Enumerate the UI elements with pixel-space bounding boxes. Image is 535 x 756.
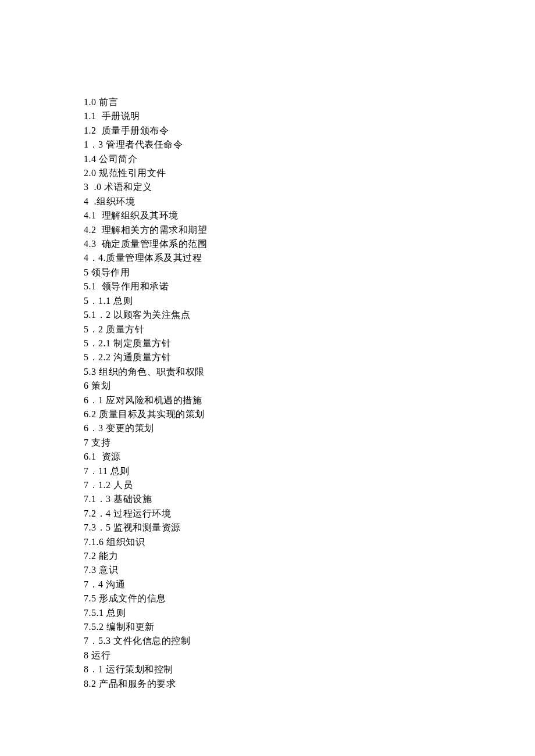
toc-line: 5．2.1 制定质量方针 — [84, 336, 535, 350]
toc-line: 1．3 管理者代表任命令 — [84, 138, 535, 152]
toc-line: 7.5 形成文件的信息 — [84, 592, 535, 605]
toc-line: 7.5.1 总则 — [84, 606, 535, 620]
toc-line: 2.0 规范性引用文件 — [84, 166, 535, 180]
toc-line: 7.1.6 组织知识 — [84, 535, 535, 549]
toc-line: 7．11 总则 — [84, 464, 535, 478]
toc-line: 6．3 变更的策划 — [84, 421, 535, 435]
toc-line: 5.3 组织的角色、职责和权限 — [84, 365, 535, 379]
toc-line: 4．4.质量管理体系及其过程 — [84, 251, 535, 265]
toc-line: 7.3 意识 — [84, 563, 535, 577]
document-page: 1.0 前言 1.1 手册说明 1.2 质量手册颁布令 1．3 管理者代表任命令… — [0, 0, 535, 691]
toc-line: 8．1 运行策划和控制 — [84, 662, 535, 676]
toc-line: 1.2 质量手册颁布令 — [84, 124, 535, 138]
toc-line: 7.2．4 过程运行环境 — [84, 507, 535, 521]
toc-line: 5．2.2 沟通质量方针 — [84, 350, 535, 364]
toc-line: 8 运行 — [84, 648, 535, 662]
toc-line: 7.5.2 编制和更新 — [84, 620, 535, 634]
toc-line: 4.2 理解相关方的需求和期望 — [84, 223, 535, 237]
toc-line: 1.1 手册说明 — [84, 109, 535, 123]
toc-line: 7.2 能力 — [84, 549, 535, 563]
toc-line: 5．2 质量方针 — [84, 323, 535, 336]
toc-line: 5．1.1 总则 — [84, 294, 535, 308]
toc-line: 7．5.3 文件化信息的控制 — [84, 634, 535, 648]
toc-line: 1.0 前言 — [84, 95, 535, 109]
toc-line: 7．4 沟通 — [84, 578, 535, 592]
toc-line: 6 策划 — [84, 379, 535, 393]
table-of-contents: 1.0 前言 1.1 手册说明 1.2 质量手册颁布令 1．3 管理者代表任命令… — [84, 95, 535, 691]
toc-line: 4.3 确定质量管理体系的范围 — [84, 237, 535, 251]
toc-line: 1.4 公司简介 — [84, 152, 535, 166]
toc-line: 4 .组织环境 — [84, 195, 535, 209]
toc-line: 7.1．3 基础设施 — [84, 492, 535, 506]
toc-line: 6.2 质量目标及其实现的策划 — [84, 407, 535, 421]
toc-line: 3 .0 术语和定义 — [84, 180, 535, 194]
toc-line: 5 领导作用 — [84, 266, 535, 280]
toc-line: 6.1 资源 — [84, 450, 535, 464]
toc-line: 7.3．5 监视和测量资源 — [84, 521, 535, 535]
toc-line: 7．1.2 人员 — [84, 478, 535, 492]
toc-line: 4.1 理解组织及其环境 — [84, 209, 535, 223]
toc-line: 5.1 领导作用和承诺 — [84, 280, 535, 293]
toc-line: 6．1 应对风险和机遇的措施 — [84, 393, 535, 407]
toc-line: 8.2 产品和服务的要求 — [84, 677, 535, 691]
toc-line: 7 支持 — [84, 436, 535, 450]
toc-line: 5.1．2 以顾客为关注焦点 — [84, 308, 535, 322]
